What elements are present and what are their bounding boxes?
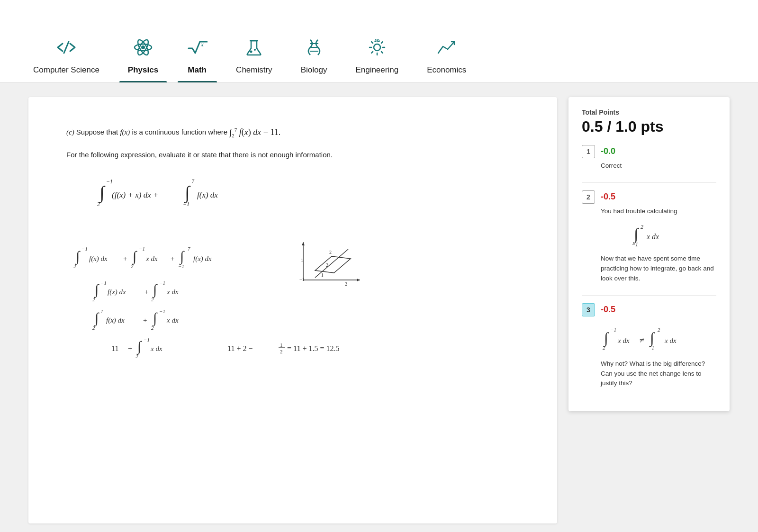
- feedback-item-1: 1 -0.0 Correct: [582, 145, 716, 171]
- svg-text:−1: −1: [632, 241, 638, 247]
- main-content: (c) Suppose that f(x) is a continuous fu…: [0, 83, 758, 532]
- nav-label-physics: Physics: [128, 65, 158, 75]
- feedback-math-3: ∫ 2 −1 x dx ≠ ∫ −1 2 x dx: [582, 323, 716, 352]
- svg-text:−1: −1: [81, 246, 88, 252]
- svg-text:x dx: x dx: [150, 345, 162, 352]
- problem-instruction: For the following expression, evaluate i…: [66, 149, 519, 161]
- svg-text:−1: −1: [106, 178, 113, 185]
- expression-display: ∫ 2 −1 (f(x) + x) dx + ∫ −1 7 f(x) dx: [95, 174, 519, 209]
- nav-label-economics: Economics: [427, 65, 466, 75]
- nav-label-math: Math: [188, 65, 207, 75]
- svg-text:2: 2: [329, 250, 332, 255]
- nav-item-chemistry[interactable]: Chemistry: [222, 37, 287, 82]
- svg-line-0: [64, 42, 69, 53]
- total-points-label: Total Points: [582, 108, 716, 116]
- feedback-item-3: 3 -0.5 ∫ 2 −1 x dx ≠ ∫ −1 2 x dx: [582, 303, 716, 389]
- svg-marker-37: [357, 279, 360, 281]
- atom-icon: [133, 37, 153, 61]
- nav-label-cs: Computer Science: [33, 65, 99, 75]
- svg-point-12: [374, 44, 380, 51]
- feedback-integral-3-svg: ∫ 2 −1 x dx ≠ ∫ −1 2 x dx: [602, 323, 696, 351]
- feedback-row-1: 1 -0.0: [582, 145, 716, 158]
- svg-text:f(x) dx: f(x) dx: [108, 288, 126, 296]
- svg-point-8: [254, 49, 256, 51]
- nav-label-engineering: Engineering: [355, 65, 398, 75]
- svg-text:2: 2: [92, 325, 95, 331]
- nav-item-cs[interactable]: Computer Science: [19, 37, 114, 82]
- svg-text:2: 2: [131, 263, 134, 269]
- svg-text:1: 1: [280, 342, 283, 348]
- svg-text:x dx: x dx: [617, 337, 630, 344]
- svg-text:x dx: x dx: [166, 288, 179, 296]
- svg-text:1: 1: [301, 258, 303, 263]
- svg-text:(f(x) + x)  dx  +: (f(x) + x) dx +: [112, 190, 158, 199]
- svg-text:∫: ∫: [94, 310, 99, 327]
- nav-item-economics[interactable]: Economics: [413, 37, 480, 82]
- svg-text:+: +: [123, 255, 127, 262]
- main-expression-svg: ∫ 2 −1 (f(x) + x) dx + ∫ −1 7 f(x) dx: [95, 174, 370, 207]
- svg-text:x dx: x dx: [664, 337, 677, 344]
- feedback-num-2: 2: [582, 190, 595, 204]
- feedback-row-3: 3 -0.5: [582, 303, 716, 316]
- svg-text:∫: ∫: [152, 281, 158, 298]
- handwritten-work: ∫ 2 −1 f(x) dx + ∫ 2 −1 x dx + ∫ −1 7 f(…: [66, 223, 519, 377]
- feedback-num-3: 3: [582, 303, 595, 316]
- svg-text:−1: −1: [183, 201, 190, 207]
- feedback-extra-2: Now that we have spent some time practic…: [601, 254, 716, 284]
- paper-panel: (c) Suppose that f(x) is a continuous fu…: [28, 97, 557, 523]
- problem-label: (c): [66, 128, 74, 136]
- svg-text:−1: −1: [318, 272, 324, 278]
- feedback-item-2: 2 -0.5 You had trouble calculating ∫ −1 …: [582, 190, 716, 284]
- svg-text:2: 2: [135, 353, 138, 359]
- svg-text:−1: −1: [610, 327, 616, 333]
- divider-2: [582, 295, 716, 296]
- problem-integral-inline: ∫27 f(x) dx = 11.: [229, 127, 280, 137]
- svg-text:∫: ∫: [132, 248, 137, 265]
- svg-text:+: +: [128, 344, 132, 352]
- sqrt-icon: x: [187, 37, 208, 61]
- feedback-math-2: ∫ −1 2 x dx: [582, 221, 716, 249]
- nav-item-biology[interactable]: Biology: [287, 37, 342, 82]
- svg-text:−1: −1: [299, 277, 305, 282]
- flask-icon: [244, 37, 264, 61]
- svg-text:f(x) dx: f(x) dx: [89, 255, 108, 263]
- svg-text:2: 2: [151, 325, 154, 331]
- problem-statement: (c) Suppose that f(x) is a continuous fu…: [66, 126, 519, 140]
- svg-text:∫: ∫: [152, 310, 158, 327]
- svg-text:−1: −1: [100, 280, 107, 286]
- svg-text:−1: −1: [139, 246, 145, 252]
- total-points-value: 0.5 / 1.0 pts: [582, 118, 716, 135]
- feedback-score-1: -0.0: [601, 145, 615, 156]
- svg-text:2: 2: [280, 349, 283, 354]
- svg-text:11: 11: [111, 344, 118, 352]
- svg-text:+: +: [171, 255, 174, 262]
- gear-icon: [367, 37, 388, 61]
- svg-text:2: 2: [73, 263, 76, 269]
- svg-text:2: 2: [92, 297, 95, 302]
- dna-icon: [304, 37, 325, 61]
- svg-text:−1: −1: [144, 337, 150, 343]
- svg-text:x dx: x dx: [145, 255, 158, 262]
- svg-text:−1: −1: [159, 280, 165, 286]
- feedback-text-1: Correct: [601, 161, 716, 171]
- svg-text:2: 2: [658, 327, 660, 333]
- svg-text:2: 2: [97, 201, 100, 207]
- nav-item-engineering[interactable]: Engineering: [341, 37, 413, 82]
- feedback-text-2: You had trouble calculating: [601, 207, 716, 216]
- svg-text:x dx: x dx: [166, 316, 179, 324]
- svg-point-7: [250, 51, 253, 53]
- nav-item-physics[interactable]: Physics: [114, 37, 172, 82]
- nav-item-math[interactable]: x Math: [172, 37, 222, 82]
- svg-text:7: 7: [100, 308, 103, 314]
- feedback-score-2: -0.5: [601, 190, 615, 202]
- svg-text:f(x) dx: f(x) dx: [193, 255, 212, 263]
- svg-text:2: 2: [151, 297, 154, 302]
- svg-text:−1: −1: [648, 345, 654, 351]
- svg-text:−1: −1: [159, 308, 165, 314]
- feedback-row-2: 2 -0.5: [582, 190, 716, 204]
- svg-marker-39: [315, 256, 351, 273]
- svg-text:11  + 2 −: 11 + 2 −: [227, 344, 253, 352]
- nav-label-biology: Biology: [301, 65, 327, 75]
- svg-text:−1: −1: [178, 263, 184, 269]
- svg-text:≠: ≠: [640, 335, 644, 345]
